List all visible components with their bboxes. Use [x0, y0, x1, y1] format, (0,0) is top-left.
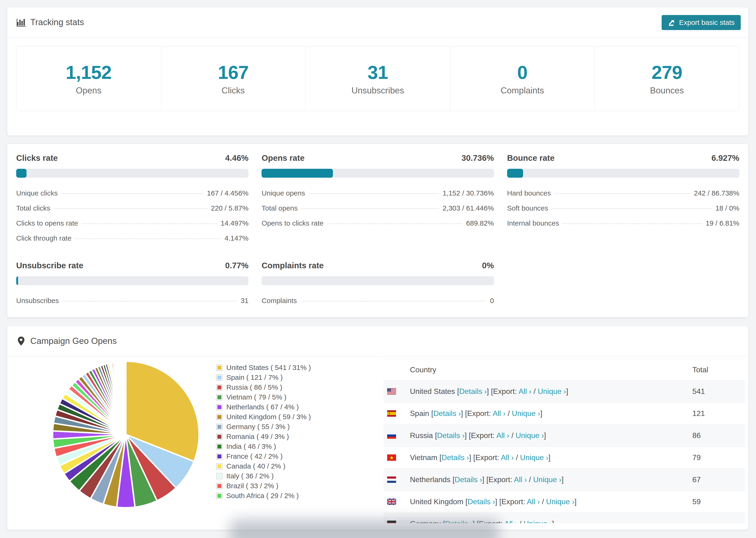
geo-table-wrapper: Country Total United States [Details ›] … [384, 359, 745, 523]
bracket: [ [440, 453, 442, 462]
legend-item[interactable]: Canada ( 40 / 2% ) [216, 461, 311, 471]
details-link[interactable]: Details › [455, 475, 482, 484]
export-button-label: Export basic stats [679, 19, 735, 27]
stat-cell-opens: 1,152Opens [17, 46, 161, 111]
legend-label: Romania ( 49 / 3% ) [226, 433, 289, 441]
bracket: ] [544, 431, 546, 440]
export-unique-link[interactable]: Unique › [533, 475, 562, 484]
geo-pie-chart[interactable] [51, 359, 201, 510]
details-link[interactable]: Details › [459, 387, 487, 396]
stat-cell-clicks: 167Clicks [161, 46, 306, 111]
legend-item[interactable]: France ( 42 / 2% ) [216, 452, 311, 461]
legend-swatch [216, 404, 223, 410]
detail-label: Clicks to opens rate [16, 219, 78, 227]
legend-item[interactable]: Netherlands ( 67 / 4% ) [216, 402, 311, 412]
rate-block-complaints-rate: Complaints rate0%Complaints0 [261, 261, 494, 308]
export-unique-link[interactable]: Unique › [546, 497, 574, 506]
legend-swatch [216, 424, 223, 430]
dotted-leader [54, 208, 207, 209]
detail-row: Opens to clicks rate689.82% [261, 216, 494, 231]
slash: / [517, 519, 523, 523]
dotted-leader [82, 224, 217, 224]
export-all-link[interactable]: All › [493, 409, 506, 418]
details-link[interactable]: Details › [442, 453, 469, 462]
detail-row: Total opens2,303 / 61.446% [261, 201, 494, 216]
details-link[interactable]: Details › [467, 497, 495, 506]
slash: / [527, 475, 533, 484]
dotted-leader [63, 301, 237, 301]
rates-grid: Clicks rate4.46%Unique clicks167 / 4.456… [16, 153, 739, 308]
rate-title-row: Opens rate30.736% [261, 153, 494, 163]
legend-item[interactable]: India ( 46 / 3% ) [216, 442, 311, 452]
rate-percent: 30.736% [461, 153, 494, 163]
rate-title: Unsubscribe rate [16, 261, 83, 270]
legend-item[interactable]: Italy ( 36 / 2% ) [216, 471, 311, 481]
legend-item[interactable]: Brazil ( 33 / 2% ) [216, 481, 311, 491]
es-flag-icon [387, 410, 396, 417]
legend-label: France ( 42 / 2% ) [226, 452, 283, 460]
export-unique-link[interactable]: Unique › [523, 519, 552, 523]
detail-label: Unique clicks [16, 189, 58, 197]
rate-block-unsubscribe-rate: Unsubscribe rate0.77%Unsubscribes31 [16, 261, 248, 308]
legend-label: Germany ( 55 / 3% ) [226, 423, 290, 431]
geo-table-row: Vietnam [Details ›] [Export: All › / Uni… [384, 447, 745, 469]
geo-table-row: Netherlands [Details ›] [Export: All › /… [384, 469, 745, 491]
country-total: 67 [692, 469, 745, 491]
slash: / [531, 387, 538, 396]
bracket: ] [540, 409, 542, 418]
legend-item[interactable]: Romania ( 49 / 3% ) [216, 432, 311, 442]
stat-label: Clicks [222, 86, 245, 95]
export-all-link[interactable]: All › [501, 453, 514, 462]
stat-value: 279 [652, 62, 682, 83]
detail-value: 242 / 86.738% [694, 189, 739, 197]
bracket: [ [453, 475, 455, 484]
legend-item[interactable]: United Kingdom ( 59 / 3% ) [216, 412, 311, 422]
bracket: [ [499, 497, 502, 506]
export-unique-link[interactable]: Unique › [515, 431, 544, 440]
geo-title: Campaign Geo Opens [16, 336, 117, 346]
country-total [692, 513, 745, 523]
export-all-link[interactable]: All › [504, 519, 517, 523]
legend-swatch [216, 493, 223, 499]
geo-country-table: Country Total United States [Details ›] … [384, 359, 745, 523]
slash: / [509, 431, 515, 440]
details-link[interactable]: Details › [437, 431, 465, 440]
detail-row: Clicks to opens rate14.497% [16, 216, 248, 231]
detail-value: 14.497% [221, 219, 248, 227]
geo-table-row: Spain [Details ›] [Export: All › / Uniqu… [384, 403, 745, 425]
bracket: ] [465, 431, 467, 440]
legend-item[interactable]: United States ( 541 / 31% ) [216, 363, 311, 372]
export-all-link[interactable]: All › [527, 497, 540, 506]
rate-percent: 0.77% [225, 261, 248, 270]
bracket: ] [562, 475, 564, 484]
export-unique-link[interactable]: Unique › [512, 409, 540, 418]
export-all-link[interactable]: All › [518, 387, 531, 396]
detail-value: 0 [490, 297, 494, 305]
legend-label: Netherlands ( 67 / 4% ) [226, 403, 298, 411]
detail-value: 4.147% [225, 234, 249, 242]
bracket: ] [461, 409, 463, 418]
total-column-header: Total [692, 359, 745, 381]
legend-item[interactable]: South Africa ( 29 / 2% ) [216, 491, 311, 501]
export-all-link[interactable]: All › [514, 475, 527, 484]
country-name: Russia [410, 431, 433, 440]
rate-title: Complaints rate [261, 261, 324, 270]
legend-swatch [216, 443, 223, 450]
details-link[interactable]: Details › [433, 409, 461, 418]
export-all-link[interactable]: All › [496, 431, 509, 440]
legend-swatch [216, 434, 223, 440]
slash: / [506, 409, 512, 418]
legend-item[interactable]: Spain ( 121 / 7% ) [216, 372, 311, 382]
stat-label: Unsubscribes [351, 86, 404, 95]
export-basic-stats-button[interactable]: Export basic stats [662, 15, 741, 30]
legend-item[interactable]: Russia ( 86 / 5% ) [216, 382, 311, 392]
legend-label: Russia ( 86 / 5% ) [226, 383, 282, 391]
export-unique-link[interactable]: Unique › [520, 453, 549, 462]
geo-header: Campaign Geo Opens [7, 326, 748, 356]
bracket: ] [574, 497, 577, 506]
legend-item[interactable]: Vietnam ( 79 / 5% ) [216, 392, 311, 402]
export-label: Export: [475, 453, 499, 462]
export-unique-link[interactable]: Unique › [538, 387, 566, 396]
rate-title-row: Clicks rate4.46% [16, 153, 248, 163]
legend-item[interactable]: Germany ( 55 / 3% ) [216, 422, 311, 432]
